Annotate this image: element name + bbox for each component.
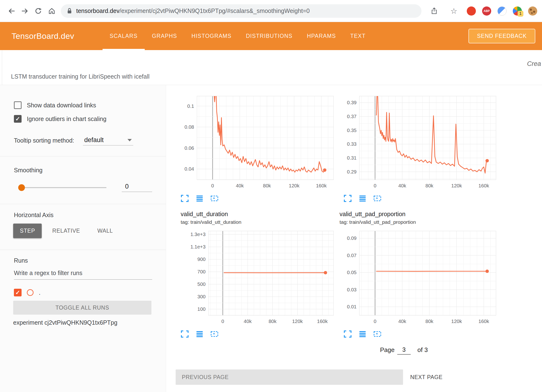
address-bar[interactable]: tensorboard.dev/experiment/cj2vtPiwQHKN9…: [61, 4, 421, 18]
back-button[interactable]: [5, 4, 18, 18]
svg-text:0.29: 0.29: [347, 169, 357, 174]
show-download-links-checkbox[interactable]: [14, 101, 22, 109]
tab-distributions[interactable]: DISTRIBUTIONS: [239, 22, 300, 50]
tooltip-sorting-dropdown[interactable]: default: [83, 135, 133, 145]
cookie-extension-icon[interactable]: [528, 6, 537, 16]
tensorboard-page: tensorboard.dev/experiment/cj2vtPiwQHKN9…: [0, 0, 542, 392]
scalar-chart[interactable]: 1003005007009001.1e+31.3e+3040k80k120k16…: [180, 226, 338, 327]
tooltip-sorting-value: default: [84, 136, 104, 144]
smoothing-slider-row: 0: [14, 181, 152, 194]
lines-icon-glyph: [196, 195, 204, 202]
scalar-chart[interactable]: 0.040.060.080.1040k80k120k160k: [180, 85, 338, 193]
svg-text:500: 500: [197, 281, 206, 287]
svg-text:700: 700: [197, 269, 206, 274]
checkmark-icon: ✓: [15, 116, 20, 122]
home-button[interactable]: [45, 4, 58, 18]
share-button[interactable]: [427, 4, 441, 18]
settings-sidebar: Show data download links ✓ Ignore outlie…: [0, 85, 166, 392]
chart-toolbar: [343, 330, 382, 338]
fit-domain-icon-glyph: [210, 330, 219, 338]
svg-text:80k: 80k: [426, 318, 434, 324]
toolbar-right-icons: ☆ ABP 1: [427, 4, 537, 18]
axis-step-button[interactable]: STEP: [13, 224, 42, 238]
fullscreen-icon-glyph: [181, 195, 189, 202]
svg-text:160k: 160k: [479, 318, 489, 324]
svg-text:0: 0: [374, 318, 376, 324]
show-download-links-row: Show data download links: [14, 101, 96, 109]
extension-icon[interactable]: [497, 6, 507, 16]
chart-title: valid_utt_duration: [181, 211, 228, 218]
notification-badge: 1: [518, 11, 523, 17]
svg-text:0.09: 0.09: [347, 235, 357, 241]
scalar-chart[interactable]: 0.010.030.050.070.09040k80k120k160k: [343, 226, 501, 327]
page-label: Page: [380, 346, 395, 354]
clipped-right-text: Crea: [527, 60, 541, 68]
refresh-button[interactable]: [32, 4, 45, 18]
svg-text:40k: 40k: [398, 318, 406, 324]
tab-histograms[interactable]: HISTOGRAMS: [184, 22, 239, 50]
svg-text:0: 0: [374, 183, 376, 188]
axis-wall-button[interactable]: WALL: [91, 224, 120, 238]
fit-domain-icon[interactable]: [373, 330, 382, 338]
svg-text:1.3e+3: 1.3e+3: [190, 231, 206, 237]
tab-text[interactable]: TEXT: [343, 22, 373, 50]
scalars-dashboard: 0.040.060.080.1040k80k120k160k 0.290.310…: [166, 85, 542, 392]
fit-domain-icon[interactable]: [210, 195, 219, 202]
lines-icon[interactable]: [358, 195, 367, 202]
svg-text:900: 900: [197, 256, 206, 262]
smoothing-slider-track[interactable]: [23, 187, 106, 188]
svg-text:0.06: 0.06: [185, 145, 194, 151]
profile-avatar[interactable]: 1: [513, 6, 522, 16]
fullscreen-icon[interactable]: [180, 195, 189, 202]
forward-button[interactable]: [18, 4, 32, 18]
svg-text:80k: 80k: [263, 183, 271, 188]
fit-domain-icon[interactable]: [210, 330, 219, 338]
fullscreen-icon[interactable]: [343, 195, 352, 202]
app-logo: TensorBoard.dev: [12, 31, 74, 41]
svg-text:0: 0: [221, 318, 224, 324]
fullscreen-icon[interactable]: [180, 330, 189, 338]
horizontal-axis-label: Horizontal Axis: [14, 212, 53, 219]
main-nav: SCALARS GRAPHS HISTOGRAMS DISTRIBUTIONS …: [103, 22, 373, 50]
next-page-button[interactable]: NEXT PAGE: [410, 369, 443, 385]
toggle-all-runs-button[interactable]: TOGGLE ALL RUNS: [13, 301, 151, 315]
svg-text:40k: 40k: [398, 183, 406, 188]
fit-domain-icon[interactable]: [373, 195, 382, 202]
chart-toolbar: [343, 195, 382, 202]
padlock-icon: [67, 8, 72, 14]
svg-text:0.08: 0.08: [185, 124, 194, 130]
adblock-extension-icon[interactable]: [467, 6, 476, 16]
ignore-outliers-checkbox[interactable]: ✓: [14, 115, 22, 123]
svg-text:40k: 40k: [236, 183, 244, 188]
axis-relative-button[interactable]: RELATIVE: [46, 224, 87, 238]
page-of-label: of 3: [417, 346, 428, 354]
fullscreen-icon-glyph: [344, 330, 352, 338]
runs-filter-input[interactable]: [14, 268, 152, 280]
run-item-row[interactable]: ✓ .: [14, 289, 40, 296]
run-checkbox[interactable]: ✓: [14, 289, 22, 296]
svg-text:300: 300: [197, 294, 206, 299]
abp-extension-icon[interactable]: ABP: [482, 6, 491, 16]
fit-domain-icon-glyph: [373, 195, 382, 202]
svg-text:120k: 120k: [451, 318, 462, 324]
tab-scalars[interactable]: SCALARS: [103, 22, 145, 50]
lines-icon[interactable]: [195, 195, 204, 202]
page-number-input[interactable]: [397, 345, 411, 355]
tab-hparams[interactable]: HPARAMS: [300, 22, 343, 50]
fit-domain-icon-glyph: [210, 195, 219, 202]
svg-text:40k: 40k: [244, 318, 252, 324]
smoothing-slider-thumb[interactable]: [18, 184, 25, 191]
experiment-id-label: experiment cj2vtPiwQHKN9Q1tx6PTpg: [13, 319, 117, 326]
lines-icon[interactable]: [195, 330, 204, 338]
svg-text:0.07: 0.07: [347, 253, 357, 258]
smoothing-value-field[interactable]: 0: [122, 182, 152, 192]
lines-icon[interactable]: [358, 330, 367, 338]
previous-page-button[interactable]: PREVIOUS PAGE: [176, 369, 403, 385]
tab-graphs[interactable]: GRAPHS: [145, 22, 184, 50]
scalar-chart[interactable]: 0.290.310.330.350.370.39040k80k120k160k: [343, 85, 501, 193]
send-feedback-button[interactable]: SEND FEEDBACK: [468, 29, 535, 43]
svg-text:120k: 120k: [289, 183, 300, 188]
chevron-down-icon: [127, 139, 132, 141]
bookmark-button[interactable]: ☆: [447, 4, 461, 18]
fullscreen-icon[interactable]: [343, 330, 352, 338]
